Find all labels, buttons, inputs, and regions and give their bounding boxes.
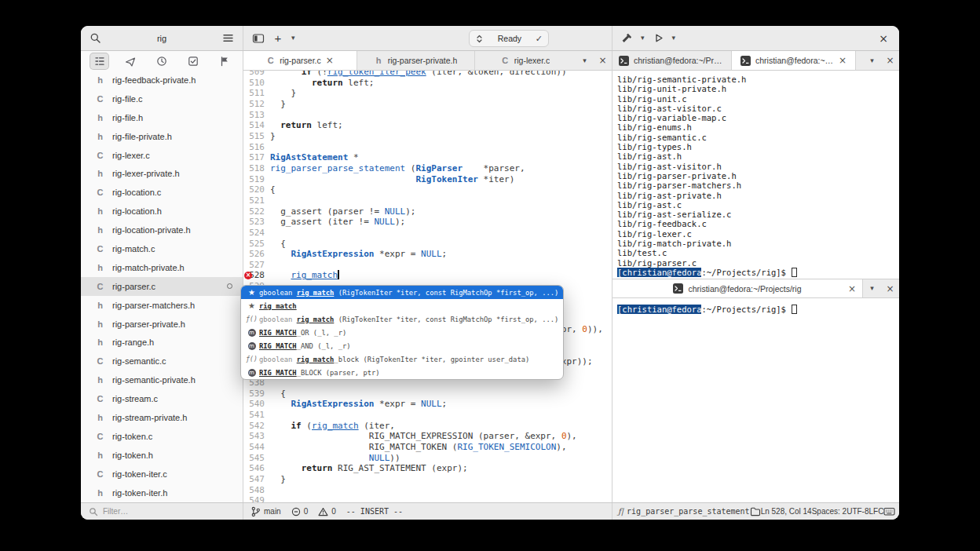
language-setting[interactable]: C [878, 507, 883, 516]
code-line[interactable]: 521 [243, 195, 612, 206]
completion-item[interactable]: ƒ()gboolean rig_match_block (RigTokenIte… [241, 352, 563, 366]
search-text[interactable]: rig [108, 34, 215, 43]
menu-icon[interactable] [221, 31, 235, 45]
line-ending-setting[interactable]: LF [869, 507, 879, 516]
file-item[interactable]: hrig-range.h [81, 333, 243, 352]
keyboard-icon[interactable] [883, 506, 895, 516]
terminal-tab-1[interactable]: christian@fedora:~/Projects/rig [612, 51, 732, 70]
project-tree-icon[interactable] [90, 53, 108, 69]
branch-indicator[interactable]: main [250, 506, 281, 517]
code-line[interactable]: 540 RigAstExpression *expr = NULL; [243, 399, 612, 410]
code-line[interactable]: 523 g_assert (iter != NULL); [243, 217, 612, 228]
terminal-tab-2[interactable]: christian@fedora:~/Projects/rig × [732, 51, 856, 70]
code-line[interactable]: 509 if (!rig_token_iter_peek (iter, &tok… [243, 71, 612, 78]
completion-item[interactable]: mRIG_MATCH_BLOCK (parser, ptr) [241, 366, 563, 379]
file-item[interactable]: hrig-semantic-private.h [81, 370, 243, 389]
code-line[interactable]: 510 return left; [243, 78, 612, 89]
tab-rig-lexer-c[interactable]: C rig-lexer.c [475, 51, 576, 70]
file-item[interactable]: hrig-stream-private.h [81, 408, 243, 427]
completion-item[interactable]: ★gboolean rig_match (RigTokenIter *iter,… [241, 286, 563, 299]
filter-input[interactable]: Filter… [81, 503, 243, 520]
folder-icon[interactable] [750, 506, 761, 516]
code-line[interactable]: 517RigAstStatement * [243, 152, 612, 163]
build-icon[interactable] [620, 31, 634, 45]
search-icon[interactable] [89, 31, 102, 45]
encoding-setting[interactable]: UTF-8 [847, 507, 868, 516]
file-item[interactable]: Crig-stream.c [81, 389, 243, 408]
run-icon[interactable] [652, 31, 665, 45]
file-item[interactable]: hrig-location-private.h [81, 221, 243, 239]
code-line[interactable]: 518rig_parser_parse_statement (RigParser… [243, 163, 612, 174]
indentation-setting[interactable]: Spaces: 2 [812, 507, 847, 516]
file-item[interactable]: Crig-file.c [81, 89, 243, 108]
completion-item[interactable]: mRIG_MATCH_AND (_l, _r) [241, 339, 563, 352]
code-line[interactable]: 522 g_assert (parser != NULL); [243, 206, 612, 217]
new-tab-button[interactable]: + [272, 31, 284, 45]
code-line[interactable]: 543 RIG_MATCH_EXPRESSION (parser, &expr,… [243, 431, 612, 442]
tab-list-dropdown-icon[interactable]: ▾ [863, 279, 881, 297]
code-line[interactable]: 514 return left; [243, 120, 612, 131]
code-line[interactable]: 513 [243, 110, 612, 121]
file-item[interactable]: hrig-token.h [81, 446, 243, 465]
code-line[interactable]: 515} [243, 131, 612, 142]
code-line[interactable]: 520{ [243, 184, 612, 195]
panel-toggle-icon[interactable] [251, 31, 265, 45]
tab-close-icon[interactable]: × [839, 55, 847, 66]
code-line[interactable]: 511 } [243, 88, 612, 99]
cursor-position[interactable]: Ln 528, Col 14 [761, 507, 812, 516]
terminal-top[interactable]: lib/rig-semantic-private.hlib/rig-unit-p… [612, 71, 899, 279]
rocket-icon[interactable] [122, 53, 140, 69]
file-item[interactable]: hrig-match-private.h [81, 258, 243, 277]
todo-flag-icon[interactable] [215, 53, 233, 69]
terminal-tab-3[interactable]: christian@fedora:~/Projects/rig × [612, 279, 863, 297]
history-icon[interactable] [153, 53, 171, 69]
code-line[interactable]: 547 } [243, 474, 612, 485]
completion-item[interactable]: mRIG_MATCH_OR (_l, _r) [241, 326, 563, 339]
file-item[interactable]: hrig-file-private.h [81, 127, 243, 146]
file-item[interactable]: Crig-parser.c [81, 277, 243, 296]
omnibar[interactable]: Ready ✓ [469, 30, 549, 47]
completion-item[interactable]: ★rig_match [241, 299, 563, 312]
file-item[interactable]: hrig-token-iter.h [81, 483, 243, 502]
file-item[interactable]: Crig-token.c [81, 427, 243, 446]
file-item[interactable]: hrig-location.h [81, 202, 243, 221]
code-line[interactable]: 544 RIG_MATCH_TOKEN (RIG_TOKEN_SEMICOLON… [243, 442, 612, 453]
file-item[interactable]: Crig-lexer.c [81, 146, 243, 165]
code-line[interactable]: 545 NULL)) [243, 453, 612, 464]
terminal-bottom[interactable]: [christian@fedora:~/Projects/rig]$ [612, 298, 899, 502]
file-item[interactable]: hrig-feedback-private.h [81, 71, 243, 89]
file-item[interactable]: hrig-parser-private.h [81, 315, 243, 334]
code-line[interactable]: 524 [243, 228, 612, 239]
code-line[interactable]: 516 [243, 142, 612, 153]
code-line[interactable]: 527 [243, 260, 612, 271]
file-item[interactable]: hrig-file.h [81, 108, 243, 127]
tab-rig-parser-c[interactable]: C rig-parser.c × [243, 51, 357, 70]
tab-list-dropdown-icon[interactable]: ▾ [576, 51, 594, 70]
new-tab-dropdown-icon[interactable]: ▾ [291, 35, 295, 42]
file-item[interactable]: hrig-lexer-private.h [81, 164, 243, 183]
code-line[interactable]: 549 [243, 495, 612, 502]
panel-close-icon[interactable]: × [881, 51, 899, 70]
code-line[interactable]: 542 if (rig_match (iter, [243, 421, 612, 432]
tab-rig-parser-private-h[interactable]: h rig-parser-private.h [357, 51, 475, 70]
code-line[interactable]: ×528 rig_match [243, 270, 612, 281]
code-line[interactable]: 525 { [243, 239, 612, 250]
completion-item[interactable]: ƒ()gboolean rig_match (RigTokenIter *ite… [241, 312, 563, 326]
tests-icon[interactable] [184, 53, 202, 69]
warning-counter[interactable]: 0 [318, 507, 336, 516]
code-line[interactable]: 541 [243, 410, 612, 421]
code-line[interactable]: 512 } [243, 99, 612, 110]
file-item[interactable]: Crig-match.c [81, 239, 243, 258]
file-item[interactable]: Crig-location.c [81, 183, 243, 202]
frame-close-icon[interactable]: × [594, 51, 612, 70]
window-close-button[interactable]: × [876, 31, 891, 46]
tab-close-icon[interactable]: × [326, 55, 334, 66]
code-line[interactable]: 526 RigAstExpression *expr = NULL; [243, 249, 612, 260]
code-line[interactable]: 546 return RIG_AST_STATEMENT (expr); [243, 463, 612, 474]
file-item[interactable]: hrig-parser-matchers.h [81, 296, 243, 315]
build-dropdown-icon[interactable]: ▾ [641, 35, 645, 42]
tab-close-icon[interactable]: × [848, 283, 856, 294]
code-line[interactable]: 548 [243, 485, 612, 496]
code-line[interactable]: 539 { [243, 389, 612, 400]
file-item[interactable]: Crig-token-iter.c [81, 465, 243, 483]
